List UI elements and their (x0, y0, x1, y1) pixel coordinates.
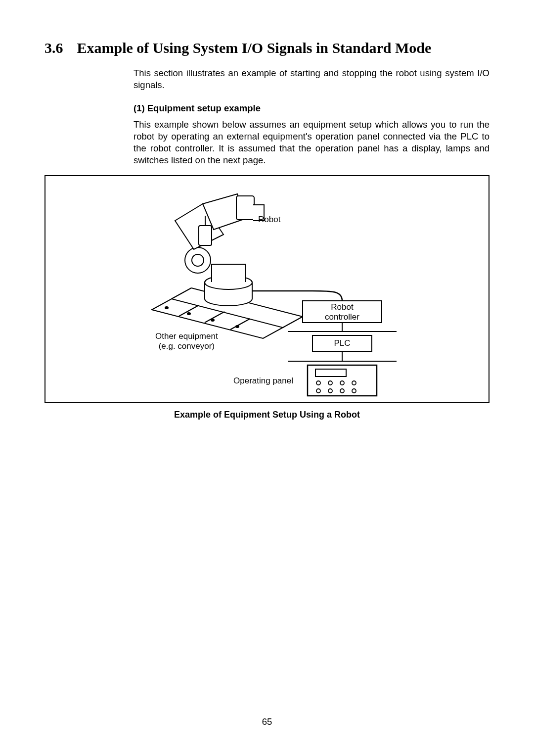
svg-point-33 (352, 389, 356, 393)
svg-point-10 (235, 325, 239, 328)
subsection-paragraph: This example shown below assumes an equi… (134, 119, 490, 166)
svg-point-26 (316, 381, 320, 385)
section-number: 3.6 (44, 40, 63, 56)
label-other-line1: Other equipment (155, 331, 218, 341)
svg-point-29 (352, 381, 356, 385)
section-title: Example of Using System I/O Signals in S… (77, 40, 432, 56)
svg-rect-15 (236, 196, 254, 220)
intro-paragraph: This section illustrates an example of s… (134, 67, 490, 91)
svg-line-5 (205, 312, 224, 323)
svg-point-9 (211, 319, 215, 322)
svg-point-31 (328, 389, 332, 393)
label-panel: Operating panel (233, 376, 293, 386)
figure-box: Robot Robot controller PLC Operating pan… (44, 175, 490, 403)
svg-point-30 (316, 389, 320, 393)
label-controller-line2: controller (325, 312, 359, 322)
page-number: 65 (0, 716, 534, 727)
svg-point-27 (328, 381, 332, 385)
figure-caption: Example of Equipment Setup Using a Robot (44, 410, 490, 420)
svg-line-6 (230, 319, 250, 330)
label-other-line2: (e.g. conveyor) (159, 341, 215, 351)
svg-point-8 (187, 312, 191, 315)
svg-point-7 (165, 306, 169, 309)
svg-point-14 (192, 254, 204, 266)
svg-line-1 (172, 288, 191, 299)
svg-point-28 (340, 381, 344, 385)
svg-rect-25 (315, 369, 346, 377)
label-robot: Robot (258, 215, 280, 225)
page: 3.6Example of Using System I/O Signals i… (0, 0, 534, 756)
label-controller-line1: Robot (331, 302, 353, 312)
section-heading: 3.6Example of Using System I/O Signals i… (44, 40, 490, 56)
equipment-diagram-svg (45, 176, 489, 402)
svg-point-32 (340, 389, 344, 393)
label-controller: Robot controller (312, 302, 372, 322)
label-other-equipment: Other equipment (e.g. conveyor) (155, 331, 218, 351)
label-plc: PLC (312, 338, 372, 348)
svg-rect-16 (199, 226, 212, 245)
subsection-heading: (1) Equipment setup example (134, 103, 490, 114)
svg-line-2 (283, 317, 303, 328)
